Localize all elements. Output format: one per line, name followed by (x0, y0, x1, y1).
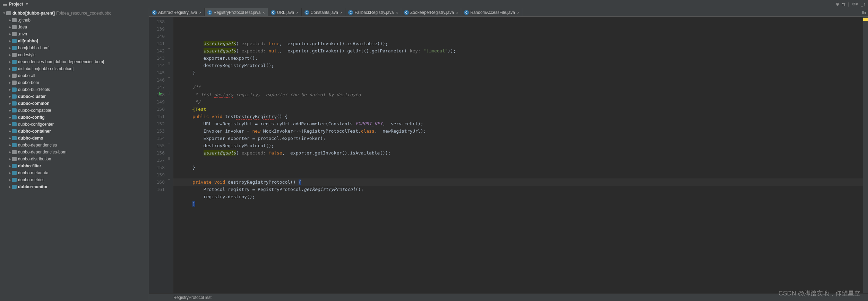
tree-item[interactable]: ▶codestyle (0, 51, 149, 58)
tree-root[interactable]: ▼dubbo [dubbo-parent] F:\idea_resource_c… (0, 10, 149, 17)
project-title[interactable]: Project (9, 2, 23, 7)
warning-indicator[interactable] (863, 18, 868, 21)
tree-item[interactable]: ▶.idea (0, 24, 149, 31)
tree-item[interactable]: ▶dubbo-monitor (0, 183, 149, 190)
code-area[interactable]: assertEquals( expected: true, exporter.g… (173, 17, 863, 293)
collapse-icon[interactable]: ⎯↑ (861, 2, 865, 7)
editor-tab[interactable]: CURL.java× (268, 8, 302, 16)
tree-item[interactable]: ▶dubbo-filter (0, 162, 149, 169)
error-stripe[interactable] (863, 17, 868, 293)
close-icon[interactable]: × (199, 10, 201, 15)
tree-item[interactable]: ▶.github (0, 17, 149, 24)
divide-icon[interactable]: ⇆ (842, 2, 845, 7)
project-tool-icon[interactable]: ▬ (3, 2, 7, 7)
class-icon: C (404, 10, 409, 15)
project-bar: ▬ Project ▼ ⊕ ⇆ | ⚙▾ ⎯↑ (0, 0, 868, 8)
class-icon: C (348, 10, 353, 15)
tree-item[interactable]: ▶dubbo-build-tools (0, 86, 149, 93)
close-icon[interactable]: × (263, 10, 265, 15)
tree-item[interactable]: ▶dubbo-compatible (0, 107, 149, 114)
breadcrumb[interactable]: RegistryProtocolTest (149, 293, 868, 301)
editor-tab[interactable]: CZookeeperRegistry.java× (401, 8, 461, 16)
tree-item[interactable]: ▶dubbo-metrics (0, 176, 149, 183)
main-split: ▼dubbo [dubbo-parent] F:\idea_resource_c… (0, 8, 868, 301)
editor-tab[interactable]: CFailbackRegistry.java× (345, 8, 401, 16)
tree-item[interactable]: ▶dubbo-dependencies (0, 142, 149, 149)
tree-item[interactable]: ▶dubbo-config (0, 114, 149, 121)
ide-root: ▬ Project ▼ ⊕ ⇆ | ⚙▾ ⎯↑ ▼dubbo [dubbo-pa… (0, 0, 868, 301)
editor-tab[interactable]: CRandomAccessFile.java× (461, 8, 522, 16)
project-sidebar[interactable]: ▼dubbo [dubbo-parent] F:\idea_resource_c… (0, 8, 149, 301)
tree-item[interactable]: ▶all [dubbo] (0, 37, 149, 44)
tree-item[interactable]: ▶dubbo-container (0, 128, 149, 135)
close-icon[interactable]: × (456, 10, 458, 15)
class-icon: C (464, 10, 469, 15)
gutter: 138 139 140 141 142 143 144 145 146 147 … (149, 17, 173, 293)
editor-tab[interactable]: CConstants.java× (302, 8, 346, 16)
tree-item[interactable]: ▶dubbo-all (0, 72, 149, 79)
tree-item[interactable]: ▶dubbo-common (0, 100, 149, 107)
close-icon[interactable]: × (340, 10, 342, 15)
gear-icon[interactable]: ⚙▾ (852, 2, 858, 7)
tree-item[interactable]: ▶dubbo-demo (0, 135, 149, 142)
class-icon: C (207, 10, 212, 15)
editor-tab[interactable]: CAbstractRegistry.java× (149, 8, 205, 16)
breadcrumb-item[interactable]: RegistryProtocolTest (173, 295, 212, 300)
tree-item[interactable]: ▶bom [dubbo-bom] (0, 44, 149, 51)
close-icon[interactable]: × (296, 10, 298, 15)
class-icon: C (304, 10, 309, 15)
tree-item[interactable]: ▶dubbo-cluster (0, 93, 149, 100)
tree-item[interactable]: ▶.mvn (0, 31, 149, 37)
class-icon: C (152, 10, 157, 15)
close-icon[interactable]: × (517, 10, 519, 15)
tab-overflow-icon[interactable]: ≡₃ (862, 10, 866, 15)
editor-pane: CAbstractRegistry.java×CRegistryProtocol… (149, 8, 868, 301)
tree-item[interactable]: ▶distribution [dubbo-distribution] (0, 65, 149, 72)
class-icon: C (271, 10, 276, 15)
editor-tabs: CAbstractRegistry.java×CRegistryProtocol… (149, 8, 868, 17)
target-icon[interactable]: ⊕ (836, 2, 839, 7)
close-icon[interactable]: × (396, 10, 398, 15)
tree-item[interactable]: ▶dubbo-metadata (0, 169, 149, 176)
tree-item[interactable]: ▶dubbo-bom (0, 79, 149, 86)
fold-column[interactable]: ⌃⊟⌃⊟⌃⊟⌃▶ (167, 17, 173, 293)
project-toolbar: ⊕ ⇆ | ⚙▾ ⎯↑ (836, 2, 868, 7)
code-editor[interactable]: 138 139 140 141 142 143 144 145 146 147 … (149, 17, 868, 293)
watermark-text: CSDN @脚踏实地，仰望星空 (779, 289, 860, 298)
tree-item[interactable]: ▶dubbo-configcenter (0, 121, 149, 128)
editor-tab[interactable]: CRegistryProtocolTest.java× (205, 8, 268, 16)
tree-item[interactable]: ▶dubbo-distribution (0, 156, 149, 162)
chevron-down-icon[interactable]: ▼ (25, 2, 29, 6)
tree-item[interactable]: ▶dependencies-bom [dubbo-dependencies-bo… (0, 58, 149, 65)
line-numbers: 138 139 140 141 142 143 144 145 146 147 … (149, 17, 167, 293)
tree-item[interactable]: ▶dubbo-dependencies-bom (0, 149, 149, 156)
